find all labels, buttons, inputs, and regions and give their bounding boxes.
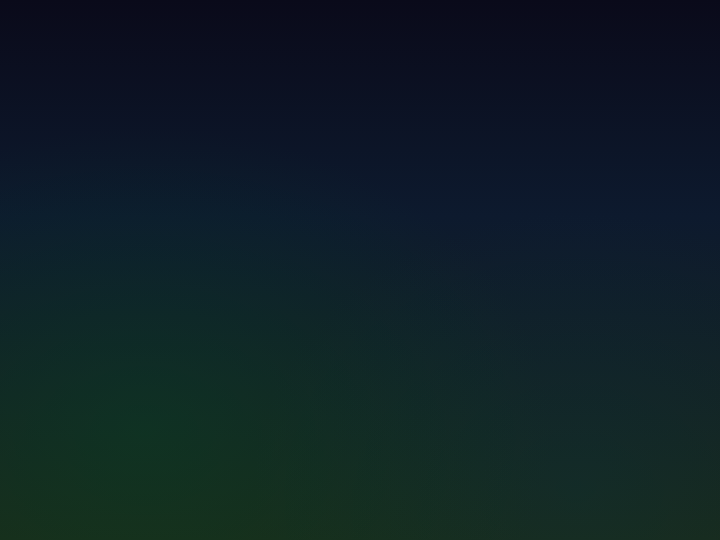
bg-circuit [0,0,720,540]
main-wrapper: ASUS UEFI BIOS Utility – Advanced Mode 🌐… [0,0,720,540]
